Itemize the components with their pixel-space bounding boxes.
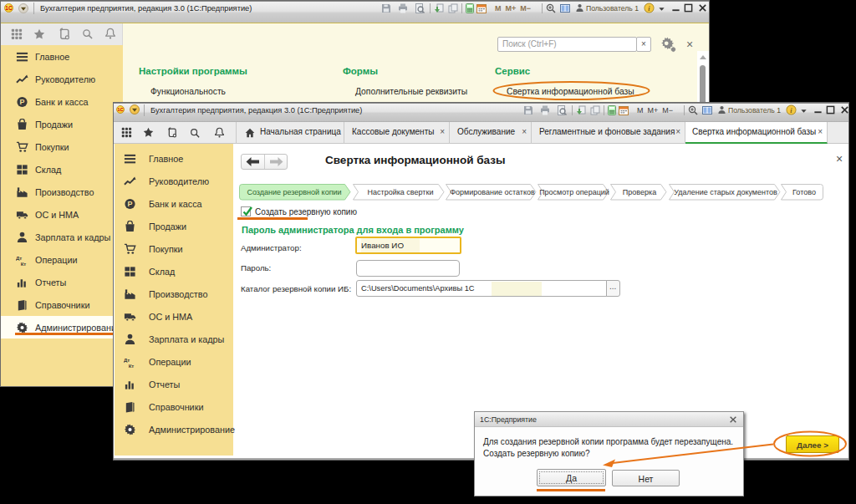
svg-text:Проверка: Проверка: [623, 188, 656, 196]
svg-text:Просмотр операций: Просмотр операций: [539, 188, 609, 196]
svg-text:Создание резервной копии: Создание резервной копии: [247, 188, 341, 196]
svg-text:Формирование остатков: Формирование остатков: [450, 188, 535, 196]
svg-text:Готово: Готово: [792, 188, 816, 196]
svg-text:Удаление старых документов: Удаление старых документов: [674, 188, 777, 196]
svg-text:Настройка свертки: Настройка свертки: [368, 188, 434, 196]
